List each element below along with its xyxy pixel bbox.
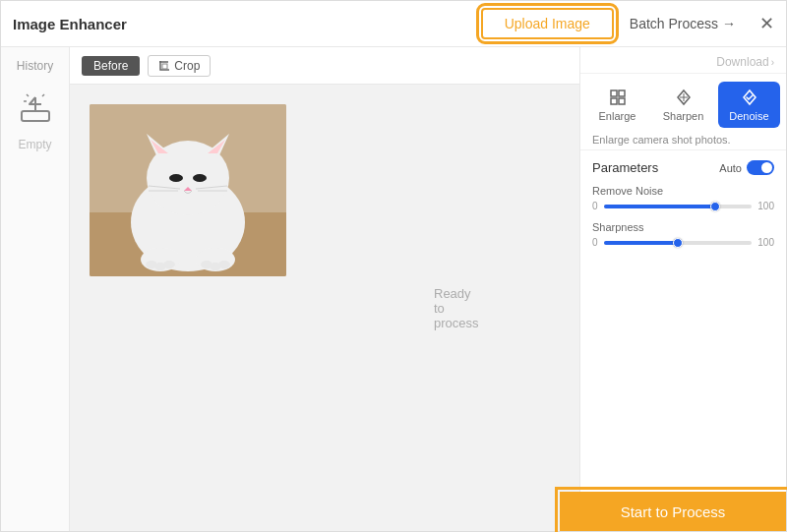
close-button[interactable]: ✕ [759,15,774,32]
main-layout: History Empty [1,47,786,531]
tool-description: Enlarge camera shot photos. [580,128,786,150]
cat-image [90,104,286,276]
remove-noise-row: 0 100 [592,201,774,211]
right-panel: Download › Enlarge [579,47,786,531]
canvas-area: Before Crop [70,47,579,531]
upload-image-button[interactable]: Upload Image [481,8,614,39]
batch-process-button[interactable]: Batch Process → [614,10,752,37]
params-section: Parameters Auto Remove Noise 0 [580,150,786,531]
sharpness-row: 0 100 [592,237,774,248]
app-window: Image Enhancer Upload Image Batch Proces… [0,0,787,532]
tab-enlarge[interactable]: Enlarge [586,82,648,128]
sharpness-label: Sharpness [592,221,774,233]
tab-sharpen[interactable]: Sharpen [652,82,714,128]
svg-line-2 [27,94,29,96]
canvas-toolbar: Before Crop [70,47,579,85]
denoise-icon [740,88,759,107]
remove-noise-fill [604,205,715,208]
remove-noise-slider-group: Remove Noise 0 100 [592,185,774,211]
app-title: Image Enhancer [13,16,127,32]
remove-noise-track[interactable] [604,205,753,208]
svg-rect-30 [619,90,625,96]
title-bar: Image Enhancer Upload Image Batch Proces… [1,1,786,47]
download-button[interactable]: Download › [716,55,774,69]
start-btn-area: Start to Process [560,492,786,531]
tab-denoise[interactable]: Denoise [718,82,780,128]
sharpness-thumb[interactable] [673,238,683,248]
right-panel-top: Download › [580,47,786,74]
canvas-content: Ready to process [70,85,579,531]
sidebar-icon-area: Empty [17,89,54,151]
empty-label: Empty [18,138,51,151]
start-to-process-button[interactable]: Start to Process [560,492,786,531]
svg-rect-31 [611,98,617,104]
remove-noise-label: Remove Noise [592,185,774,197]
tray-icon [17,89,54,126]
svg-rect-29 [611,90,617,96]
crop-icon [158,60,170,72]
crop-button[interactable]: Crop [148,55,211,77]
sidebar: History Empty [1,47,70,531]
remove-noise-thumb[interactable] [710,202,720,211]
history-label: History [17,59,53,73]
params-header: Parameters Auto [592,160,774,175]
sharpen-icon [674,88,694,107]
svg-point-25 [163,261,175,268]
sharpness-slider-group: Sharpness 0 100 [592,221,774,248]
svg-point-15 [193,174,207,182]
svg-rect-0 [22,111,49,121]
svg-rect-32 [619,98,625,104]
enlarge-icon [608,88,628,107]
params-label: Parameters [592,160,658,175]
svg-point-14 [169,174,183,182]
sharpness-fill [604,241,678,245]
toggle-switch[interactable] [747,160,774,175]
toggle-knob [761,162,772,173]
before-badge: Before [82,56,140,76]
svg-rect-5 [162,64,167,69]
chevron-right-icon: › [771,57,774,68]
sharpness-track[interactable] [604,241,753,245]
tool-tabs: Enlarge Sharpen [580,74,786,128]
svg-point-28 [218,261,230,268]
svg-line-3 [42,94,44,96]
auto-toggle[interactable]: Auto [719,160,774,175]
